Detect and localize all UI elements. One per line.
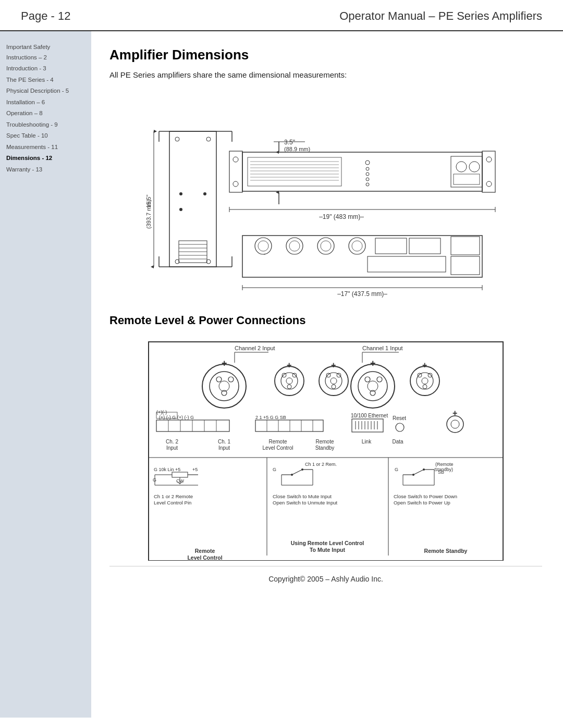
sidebar-item-troubleshooting[interactable]: Troubleshooting - 9 xyxy=(6,119,85,131)
svg-rect-23 xyxy=(242,152,482,191)
svg-text:Level Control Pin: Level Control Pin xyxy=(154,500,191,505)
copyright-text: Copyright© 2005 – Ashly Audio Inc. xyxy=(268,575,383,583)
svg-text:(+) (-) G (+) (-) G: (+) (-) G (+) (-) G xyxy=(159,415,194,420)
svg-text:+: + xyxy=(452,409,457,417)
svg-text:Link: Link xyxy=(362,439,372,445)
footer: Copyright© 2005 – Ashly Audio Inc. xyxy=(109,566,542,594)
section1-subtitle: All PE Series amplifiers share the same … xyxy=(109,70,542,79)
svg-text:(393.7 mm): (393.7 mm) xyxy=(145,200,152,229)
svg-point-12 xyxy=(203,192,206,195)
svg-text:+: + xyxy=(370,358,376,368)
svg-rect-70 xyxy=(451,256,480,275)
svg-text:G    10k Lin  +5: G 10k Lin +5 xyxy=(154,467,180,472)
svg-text:Open Switch to Unmute Input: Open Switch to Unmute Input xyxy=(273,500,337,505)
svg-text:Channel 2 Input: Channel 2 Input xyxy=(235,345,275,351)
sidebar-item-physical[interactable]: Physical Description - 5 xyxy=(6,85,85,97)
dimensions-svg: 15.5" (393.7 mm) xyxy=(143,90,508,298)
svg-point-65 xyxy=(349,238,365,254)
svg-point-44 xyxy=(366,172,369,176)
svg-text:+: + xyxy=(287,361,291,369)
svg-text:CW: CW xyxy=(176,478,184,484)
svg-text:Close Switch to Mute Input: Close Switch to Mute Input xyxy=(273,493,332,499)
svg-rect-69 xyxy=(451,237,480,255)
sidebar-item-safety[interactable]: Important SafetyInstructions – 2 xyxy=(6,42,85,63)
page-layout: Important SafetyInstructions – 2 Introdu… xyxy=(0,31,563,718)
svg-rect-0 xyxy=(169,131,216,267)
svg-point-13 xyxy=(179,208,182,211)
svg-text:(Remote: (Remote xyxy=(435,462,454,467)
svg-point-46 xyxy=(366,183,369,186)
svg-text:Ch 1 or 2 Remote: Ch 1 or 2 Remote xyxy=(154,493,193,499)
svg-point-27 xyxy=(233,181,238,187)
svg-text:Input: Input xyxy=(166,445,178,451)
svg-point-11 xyxy=(179,192,182,195)
svg-rect-25 xyxy=(482,151,495,192)
svg-text:+: + xyxy=(331,361,336,369)
svg-point-64 xyxy=(321,241,331,251)
page-number: Page - 12 xyxy=(21,9,70,23)
svg-text:G: G xyxy=(395,467,398,472)
svg-point-29 xyxy=(486,181,492,187)
svg-text:+5: +5 xyxy=(192,467,198,472)
sidebar-item-pe-series[interactable]: The PE Series - 4 xyxy=(6,75,85,86)
svg-rect-68 xyxy=(409,238,440,254)
svg-text:Using Remote Level Control: Using Remote Level Control xyxy=(291,540,364,546)
sidebar-item-measurements[interactable]: Measurements - 11 xyxy=(6,142,85,153)
sidebar-item-spec-table[interactable]: Spec Table - 10 xyxy=(6,130,85,142)
svg-point-28 xyxy=(486,157,492,162)
section2-title: Remote Level & Power Connections xyxy=(109,314,542,327)
svg-point-43 xyxy=(366,167,369,170)
svg-text:Channel 1 Input: Channel 1 Input xyxy=(362,345,403,351)
remote-connections-diagram: Channel 2 Input Channel 1 Input + xyxy=(109,337,542,561)
svg-text:Ch 1 or 2 Rem.: Ch 1 or 2 Rem. xyxy=(305,462,337,467)
section1-title: Amplifier Dimensions xyxy=(109,47,542,63)
svg-text:+: + xyxy=(422,361,427,369)
svg-text:Open Switch to Power Up: Open Switch to Power Up xyxy=(394,500,450,505)
svg-text:(88.9 mm): (88.9 mm) xyxy=(284,146,310,152)
sidebar-item-installation[interactable]: Installation – 6 xyxy=(6,97,85,108)
svg-text:Ch. 2: Ch. 2 xyxy=(166,439,178,445)
svg-text:+: + xyxy=(222,358,227,368)
main-content: Amplifier Dimensions All PE Series ampli… xyxy=(91,31,563,718)
page-header: Page - 12 Operator Manual – PE Series Am… xyxy=(0,0,563,31)
remote-svg: Channel 2 Input Channel 1 Input + xyxy=(143,337,508,561)
svg-text:Remote: Remote xyxy=(315,439,334,445)
svg-text:To Mute Input: To Mute Input xyxy=(310,547,346,553)
svg-text:10/100 Ethernet: 10/100 Ethernet xyxy=(351,413,388,418)
svg-text:Ch. 1: Ch. 1 xyxy=(218,439,230,445)
svg-point-26 xyxy=(233,157,238,162)
svg-text:Close Switch to Power Down: Close Switch to Power Down xyxy=(394,493,457,499)
svg-text:Remote: Remote xyxy=(268,439,287,445)
amplifier-dimensions-diagram: 15.5" (393.7 mm) xyxy=(109,90,542,298)
sidebar-item-operation[interactable]: Operation – 8 xyxy=(6,108,85,119)
svg-text:3.5": 3.5" xyxy=(284,139,295,146)
svg-point-61 xyxy=(286,238,303,254)
svg-rect-41 xyxy=(454,174,480,184)
sidebar-item-warranty[interactable]: Warranty - 13 xyxy=(6,164,85,176)
svg-point-7 xyxy=(175,137,179,141)
svg-point-63 xyxy=(317,238,334,254)
svg-text:–17" (437.5 mm)–: –17" (437.5 mm)– xyxy=(337,290,387,298)
svg-text:G: G xyxy=(273,467,276,472)
svg-text:Level Control: Level Control xyxy=(187,554,222,561)
svg-point-39 xyxy=(456,162,467,172)
svg-point-62 xyxy=(289,241,300,251)
svg-text:Reset: Reset xyxy=(393,415,406,421)
svg-point-60 xyxy=(258,241,268,251)
svg-rect-76 xyxy=(149,342,503,561)
sidebar-item-intro[interactable]: Introduction - 3 xyxy=(6,63,85,75)
svg-rect-71 xyxy=(368,256,446,272)
svg-point-66 xyxy=(352,241,362,251)
svg-point-40 xyxy=(469,162,480,172)
svg-text:Level Control: Level Control xyxy=(263,445,293,451)
document-title: Operator Manual – PE Series Amplifiers xyxy=(339,9,542,23)
svg-rect-24 xyxy=(229,151,242,192)
svg-rect-67 xyxy=(375,238,407,254)
svg-point-8 xyxy=(206,137,211,141)
svg-text:Remote: Remote xyxy=(195,548,215,554)
svg-text:Input: Input xyxy=(218,445,230,451)
svg-text:2  1  +5 G  G  SB: 2 1 +5 G G SB xyxy=(255,415,286,420)
svg-text:Standby: Standby xyxy=(315,445,335,451)
svg-rect-58 xyxy=(242,236,482,277)
sidebar-item-dimensions[interactable]: Dimensions - 12 xyxy=(6,153,85,164)
